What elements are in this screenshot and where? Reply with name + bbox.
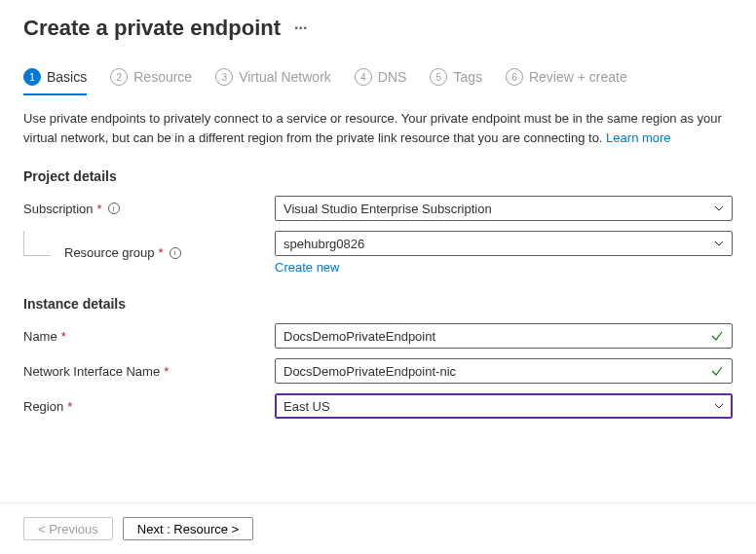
chevron-down-icon xyxy=(714,203,724,213)
tab-resource[interactable]: 2 Resource xyxy=(110,68,192,95)
info-icon[interactable]: i xyxy=(170,247,181,259)
learn-more-link[interactable]: Learn more xyxy=(606,130,670,145)
tab-tags[interactable]: 5 Tags xyxy=(430,68,482,95)
create-new-link[interactable]: Create new xyxy=(275,260,339,275)
tab-label: Review + create xyxy=(529,69,627,85)
tab-review-create[interactable]: 6 Review + create xyxy=(506,68,627,95)
wizard-tabs: 1 Basics 2 Resource 3 Virtual Network 4 … xyxy=(23,68,733,95)
required-indicator: * xyxy=(67,399,72,414)
nic-name-label: Network Interface Name * xyxy=(23,364,275,379)
project-details-heading: Project details xyxy=(23,168,733,184)
tab-label: Basics xyxy=(47,69,87,85)
instance-details-heading: Instance details xyxy=(23,296,733,312)
dropdown-value: spehubrg0826 xyxy=(284,237,364,251)
info-icon[interactable]: i xyxy=(108,203,120,214)
input-value: DocsDemoPrivateEndpoint xyxy=(284,329,435,344)
chevron-down-icon xyxy=(714,401,724,411)
valid-checkmark-icon xyxy=(710,364,724,378)
required-indicator: * xyxy=(164,364,169,379)
name-label: Name * xyxy=(23,329,275,344)
tab-step-number: 2 xyxy=(110,68,128,86)
nic-name-input[interactable]: DocsDemoPrivateEndpoint-nic xyxy=(275,358,733,384)
tab-step-number: 6 xyxy=(506,68,523,86)
tab-step-number: 3 xyxy=(215,68,233,86)
resource-group-dropdown[interactable]: spehubrg0826 xyxy=(275,231,733,256)
page-title-text: Create a private endpoint xyxy=(23,16,281,41)
tab-step-number: 4 xyxy=(355,68,372,86)
chevron-down-icon xyxy=(714,239,724,248)
tab-virtual-network[interactable]: 3 Virtual Network xyxy=(215,68,331,95)
required-indicator: * xyxy=(61,329,66,344)
previous-button[interactable]: < Previous xyxy=(23,517,113,540)
resource-group-label: Resource group * i xyxy=(23,245,275,260)
tree-connector-icon xyxy=(23,231,51,256)
tab-step-number: 1 xyxy=(23,68,41,86)
tab-dns[interactable]: 4 DNS xyxy=(355,68,407,95)
page-title: Create a private endpoint ··· xyxy=(23,16,733,41)
name-input[interactable]: DocsDemoPrivateEndpoint xyxy=(275,323,733,349)
footer: < Previous Next : Resource > xyxy=(0,502,756,554)
tab-description: Use private endpoints to privately conne… xyxy=(23,109,733,147)
dropdown-value: East US xyxy=(284,399,330,414)
tab-step-number: 5 xyxy=(430,68,447,86)
more-actions-button[interactable]: ··· xyxy=(294,19,307,37)
region-dropdown[interactable]: East US xyxy=(275,393,733,419)
required-indicator: * xyxy=(97,202,102,216)
next-button[interactable]: Next : Resource > xyxy=(123,517,253,540)
tab-label: Resource xyxy=(133,69,192,85)
subscription-label: Subscription * i xyxy=(23,202,275,216)
input-value: DocsDemoPrivateEndpoint-nic xyxy=(284,364,456,379)
tab-label: DNS xyxy=(378,69,407,85)
region-label: Region * xyxy=(23,399,275,414)
tab-label: Virtual Network xyxy=(239,69,331,85)
subscription-dropdown[interactable]: Visual Studio Enterprise Subscription xyxy=(275,196,733,221)
tab-label: Tags xyxy=(453,69,482,85)
tab-basics[interactable]: 1 Basics xyxy=(23,68,87,95)
dropdown-value: Visual Studio Enterprise Subscription xyxy=(284,202,492,216)
valid-checkmark-icon xyxy=(710,329,724,343)
required-indicator: * xyxy=(159,245,164,260)
